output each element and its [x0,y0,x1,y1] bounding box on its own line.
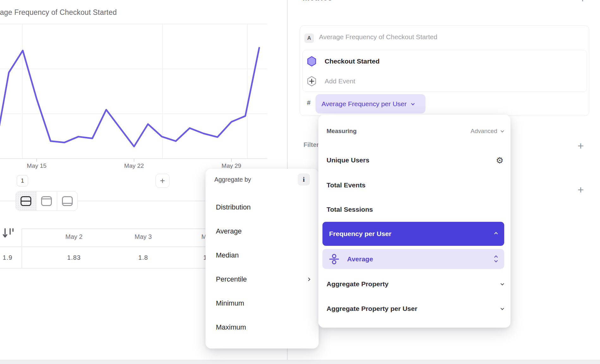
event-row[interactable]: Checkout Started [307,54,583,68]
info-icon[interactable]: i [298,173,310,185]
series-line [0,48,259,150]
layout-split-rows-button[interactable] [16,191,36,210]
chart-gridlines [0,24,267,162]
table-value-cell: 1.9 [3,254,13,261]
menu-item-aggregate-property[interactable]: Aggregate Property [327,276,504,292]
add-event-button[interactable]: Add Event [307,74,583,88]
table-border [21,228,22,268]
line-chart [0,19,287,164]
x-tick-label: May 15 [27,162,46,169]
table-value-cell: 1.8 [138,254,148,261]
measure-hash-prefix: # [307,99,310,106]
chevron-down-icon [500,282,504,285]
metric-card: A Average Frequency of Checkout Started … [300,25,589,116]
event-card: Checkout Started Add Event [303,50,587,92]
average-divide-icon [329,254,340,264]
page-bottom-strip [0,360,600,364]
advanced-mode-select[interactable]: Advanced [470,128,504,135]
event-hexagon-icon [307,56,316,67]
x-tick-label: May 22 [124,162,144,169]
menu-item-total-sessions[interactable]: Total Sessions [327,202,504,217]
chevron-down-icon [411,101,415,105]
bottom-panel-icon [62,196,73,206]
metric-badge: A [304,33,314,43]
layout-top-panel-button[interactable] [36,191,57,210]
advanced-label: Advanced [470,128,497,135]
table-value-cell: 1.83 [67,254,81,261]
menu-item-median[interactable]: Median [216,248,310,262]
x-tick-label: May 29 [222,162,241,169]
top-panel-icon [41,196,52,206]
menu-item-minimum[interactable]: Minimum [216,296,310,310]
measuring-menu-title: Measuring [327,128,357,135]
metric-name-field[interactable]: Average Frequency of Checkout Started [319,33,437,41]
layout-bottom-panel-button[interactable] [57,191,77,210]
menu-item-aggregate-property-per-user[interactable]: Aggregate Property per User [327,301,504,316]
average-sub-label: Average [347,255,373,263]
menu-item-distribution[interactable]: Distribution [216,200,310,214]
table-header-cell: May 3 [135,233,152,240]
chevron-down-icon [500,306,504,310]
chevron-right-icon [307,277,310,281]
measuring-dropdown-menu: Measuring Advanced Unique Users ⚙ Total … [318,115,511,328]
measure-selector-chip[interactable]: Average Frequency per User [315,94,426,113]
metrics-section-title: Metrics [303,0,333,2]
aggregate-menu-title: Aggregate by [214,176,251,183]
aggregate-by-menu: Aggregate by i Distribution Average Medi… [205,169,319,349]
sort-descending-icon[interactable] [3,228,16,239]
chevron-up-down-icon[interactable] [495,256,497,262]
add-series-button[interactable]: + [156,174,169,188]
menu-item-average[interactable]: Average [216,224,310,238]
add-event-label: Add Event [325,77,355,85]
chart-title: Average Frequency of Checkout Started [0,8,117,17]
layout-toggle-group [15,191,78,211]
measure-chip-label: Average Frequency per User [321,100,407,108]
menu-item-total-events[interactable]: Total Events [327,178,504,193]
table-header-cell: May 2 [65,233,83,240]
menu-item-maximum[interactable]: Maximum [216,320,310,334]
split-rows-icon [21,196,31,206]
app-window: Average Frequency of Checkout Started Ma… [0,0,600,364]
menu-item-frequency-per-user-selected[interactable]: Frequency per User [322,222,504,246]
menu-item-unique-users[interactable]: Unique Users ⚙ [327,153,504,168]
add-section-icon[interactable]: + [578,184,584,196]
menu-item-percentile[interactable]: Percentile [216,272,310,286]
chevron-down-icon [500,129,504,132]
add-filter-icon[interactable]: + [578,140,584,152]
metrics-add-icon[interactable]: + [579,0,586,5]
add-event-hexagon-icon [307,76,316,87]
chevron-up-icon [494,232,498,235]
menu-subitem-average[interactable]: Average [322,249,504,269]
gear-icon[interactable]: ⚙ [496,156,504,165]
event-name: Checkout Started [325,58,380,65]
series-page-button[interactable]: 1 [17,175,28,186]
